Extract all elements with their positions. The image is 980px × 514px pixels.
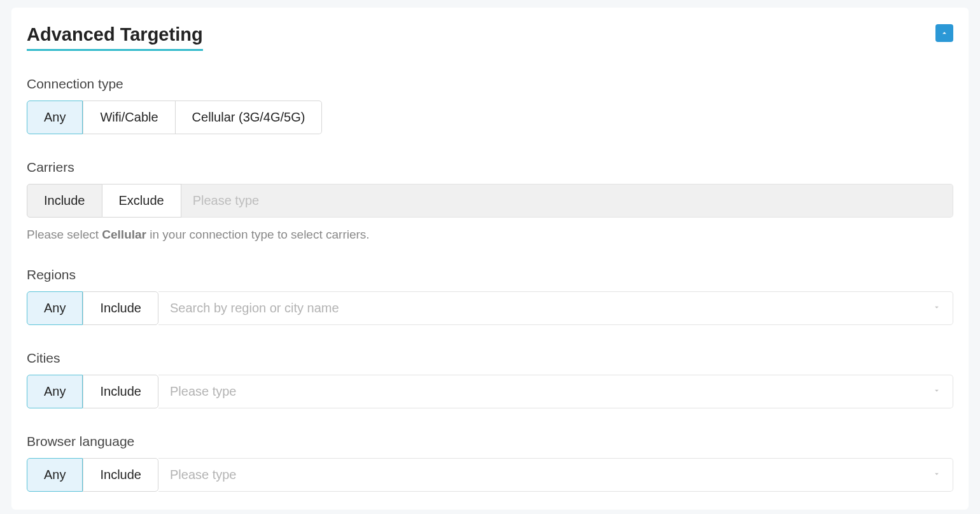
carriers-row: Include Exclude [27, 184, 953, 218]
carriers-helper-post: in your connection type to select carrie… [146, 228, 370, 241]
connection-type-section: Connection type Any Wifi/Cable Cellular … [27, 76, 953, 134]
cities-section: Cities Any Include [27, 351, 953, 408]
chevron-down-icon [932, 303, 941, 312]
browser-language-row: Any Include [27, 458, 953, 492]
regions-row: Any Include [27, 291, 953, 325]
regions-any-button[interactable]: Any [27, 291, 83, 325]
browser-language-caret-icon [932, 469, 941, 481]
carriers-include-button[interactable]: Include [27, 184, 102, 218]
chevron-up-icon [940, 29, 949, 38]
cities-mode-group: Any Include [27, 375, 158, 408]
carriers-section: Carriers Include Exclude Please select C… [27, 160, 953, 242]
cities-include-button[interactable]: Include [83, 375, 158, 408]
cities-label: Cities [27, 351, 953, 366]
panel-header: Advanced Targeting [27, 24, 953, 51]
browser-language-any-button[interactable]: Any [27, 458, 83, 492]
regions-mode-group: Any Include [27, 291, 158, 325]
browser-language-mode-group: Any Include [27, 458, 158, 492]
cities-caret-icon [932, 386, 941, 398]
connection-any-button[interactable]: Any [27, 101, 83, 134]
connection-type-group: Any Wifi/Cable Cellular (3G/4G/5G) [27, 101, 953, 134]
carriers-label: Carriers [27, 160, 953, 175]
regions-include-button[interactable]: Include [83, 291, 158, 325]
browser-language-include-button[interactable]: Include [83, 458, 158, 492]
panel-title: Advanced Targeting [27, 24, 203, 51]
cities-row: Any Include [27, 375, 953, 408]
chevron-down-icon [932, 386, 941, 395]
chevron-down-icon [932, 469, 941, 478]
carriers-input [193, 184, 941, 217]
regions-input-wrap[interactable] [158, 291, 953, 325]
advanced-targeting-panel: Advanced Targeting Connection type Any W… [11, 8, 969, 510]
regions-input[interactable] [170, 292, 926, 324]
browser-language-input-wrap[interactable] [158, 458, 953, 492]
connection-wifi-button[interactable]: Wifi/Cable [83, 101, 175, 134]
carriers-helper-text: Please select Cellular in your connectio… [27, 228, 953, 242]
connection-type-label: Connection type [27, 76, 953, 92]
carriers-mode-group: Include Exclude [27, 184, 181, 218]
regions-label: Regions [27, 267, 953, 282]
browser-language-input[interactable] [170, 459, 926, 491]
carriers-helper-pre: Please select [27, 228, 102, 241]
browser-language-label: Browser language [27, 434, 953, 449]
connection-cellular-button[interactable]: Cellular (3G/4G/5G) [176, 101, 323, 134]
browser-language-section: Browser language Any Include [27, 434, 953, 492]
regions-section: Regions Any Include [27, 267, 953, 325]
cities-input[interactable] [170, 375, 926, 408]
cities-input-wrap[interactable] [158, 375, 953, 408]
carriers-helper-bold: Cellular [102, 228, 146, 241]
collapse-button[interactable] [935, 24, 953, 42]
cities-any-button[interactable]: Any [27, 375, 83, 408]
carriers-input-wrap [181, 184, 953, 218]
carriers-exclude-button[interactable]: Exclude [102, 184, 181, 218]
regions-caret-icon [932, 303, 941, 314]
